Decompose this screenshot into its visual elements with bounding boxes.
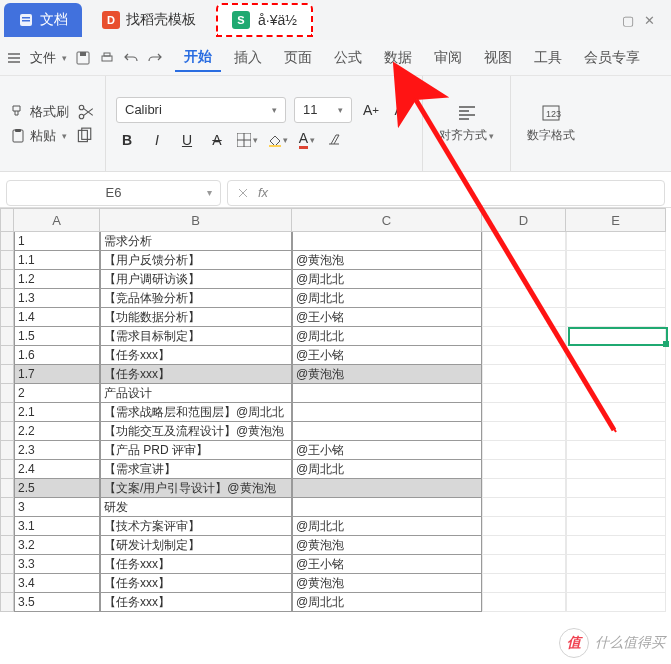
- row-header[interactable]: [0, 460, 14, 479]
- row-header[interactable]: [0, 270, 14, 289]
- row-header[interactable]: [0, 441, 14, 460]
- cell[interactable]: 1.5: [14, 327, 100, 346]
- cell[interactable]: [566, 460, 666, 479]
- cell[interactable]: [566, 308, 666, 327]
- cell[interactable]: @黄泡泡: [292, 574, 482, 593]
- cell[interactable]: [566, 289, 666, 308]
- cell[interactable]: [482, 593, 566, 612]
- col-header-E[interactable]: E: [566, 208, 666, 232]
- cell[interactable]: [566, 498, 666, 517]
- cell[interactable]: [292, 384, 482, 403]
- cell[interactable]: 2.3: [14, 441, 100, 460]
- cell[interactable]: [566, 536, 666, 555]
- row-header[interactable]: [0, 232, 14, 251]
- cell[interactable]: @周北北: [292, 460, 482, 479]
- border-button[interactable]: ▾: [236, 129, 258, 151]
- tab-active-doc[interactable]: S å·¥ä½: [216, 3, 313, 37]
- cell[interactable]: [482, 308, 566, 327]
- cell[interactable]: 3: [14, 498, 100, 517]
- menu-insert[interactable]: 插入: [225, 45, 271, 71]
- cell[interactable]: [566, 384, 666, 403]
- cell[interactable]: [566, 422, 666, 441]
- cell[interactable]: 3.1: [14, 517, 100, 536]
- cell[interactable]: 【技术方案评审】: [100, 517, 292, 536]
- cell[interactable]: 3.4: [14, 574, 100, 593]
- cell[interactable]: @黄泡泡: [292, 536, 482, 555]
- cell[interactable]: [482, 251, 566, 270]
- italic-button[interactable]: I: [146, 129, 168, 151]
- cell[interactable]: @王小铭: [292, 346, 482, 365]
- number-format-button[interactable]: 123 数字格式: [521, 82, 581, 165]
- cell[interactable]: 需求分析: [100, 232, 292, 251]
- file-menu[interactable]: 文件▾: [30, 49, 67, 67]
- tab-template[interactable]: D 找稻壳模板: [88, 3, 210, 37]
- bold-button[interactable]: B: [116, 129, 138, 151]
- cell[interactable]: 【需求战略层和范围层】@周北北: [100, 403, 292, 422]
- font-size-select[interactable]: 11▾: [294, 97, 352, 123]
- cell[interactable]: @周北北: [292, 517, 482, 536]
- row-header[interactable]: [0, 251, 14, 270]
- chevron-down-icon[interactable]: ▾: [207, 187, 212, 198]
- print-icon[interactable]: [99, 50, 115, 66]
- cell[interactable]: 产品设计: [100, 384, 292, 403]
- row-header[interactable]: [0, 422, 14, 441]
- cell[interactable]: [566, 555, 666, 574]
- cell[interactable]: @周北北: [292, 593, 482, 612]
- cell[interactable]: @王小铭: [292, 308, 482, 327]
- cell[interactable]: 3.2: [14, 536, 100, 555]
- cell[interactable]: 2.1: [14, 403, 100, 422]
- cell[interactable]: 【任务xxx】: [100, 574, 292, 593]
- cell[interactable]: [482, 289, 566, 308]
- cell[interactable]: [482, 517, 566, 536]
- cell[interactable]: 【任务xxx】: [100, 346, 292, 365]
- cell[interactable]: 【产品 PRD 评审】: [100, 441, 292, 460]
- row-header[interactable]: [0, 498, 14, 517]
- cell[interactable]: [482, 346, 566, 365]
- cell[interactable]: [292, 232, 482, 251]
- font-decrease-button[interactable]: A-: [390, 99, 412, 121]
- cell[interactable]: [566, 593, 666, 612]
- cancel-icon[interactable]: [236, 186, 250, 200]
- row-header[interactable]: [0, 574, 14, 593]
- row-header[interactable]: [0, 346, 14, 365]
- cell[interactable]: 【竞品体验分析】: [100, 289, 292, 308]
- col-header-C[interactable]: C: [292, 208, 482, 232]
- cell[interactable]: [482, 536, 566, 555]
- cell[interactable]: [566, 232, 666, 251]
- cell[interactable]: [566, 479, 666, 498]
- cell[interactable]: 1.2: [14, 270, 100, 289]
- cell[interactable]: [482, 574, 566, 593]
- cell[interactable]: 研发: [100, 498, 292, 517]
- cell[interactable]: 2.2: [14, 422, 100, 441]
- row-header[interactable]: [0, 536, 14, 555]
- cell[interactable]: 1.7: [14, 365, 100, 384]
- font-name-select[interactable]: Calibri▾: [116, 97, 286, 123]
- row-header[interactable]: [0, 327, 14, 346]
- scissors-icon[interactable]: [77, 103, 95, 121]
- select-all-corner[interactable]: [0, 208, 14, 232]
- cell[interactable]: [482, 555, 566, 574]
- cell[interactable]: 【研发计划制定】: [100, 536, 292, 555]
- undo-icon[interactable]: [123, 50, 139, 66]
- cell[interactable]: 【文案/用户引导设计】@黄泡泡: [100, 479, 292, 498]
- cell[interactable]: @黄泡泡: [292, 251, 482, 270]
- menu-view[interactable]: 视图: [475, 45, 521, 71]
- font-color-button[interactable]: A▾: [296, 129, 318, 151]
- cell[interactable]: [482, 479, 566, 498]
- cell[interactable]: 【需求目标制定】: [100, 327, 292, 346]
- cell[interactable]: 1: [14, 232, 100, 251]
- cell[interactable]: [566, 251, 666, 270]
- menu-tools[interactable]: 工具: [525, 45, 571, 71]
- cell[interactable]: [482, 498, 566, 517]
- cell[interactable]: [292, 422, 482, 441]
- cell[interactable]: [292, 498, 482, 517]
- cell[interactable]: [482, 460, 566, 479]
- col-header-A[interactable]: A: [14, 208, 100, 232]
- row-header[interactable]: [0, 517, 14, 536]
- underline-button[interactable]: U: [176, 129, 198, 151]
- cell[interactable]: [482, 327, 566, 346]
- row-header[interactable]: [0, 384, 14, 403]
- cell[interactable]: [482, 232, 566, 251]
- cell[interactable]: [566, 574, 666, 593]
- cell[interactable]: 1.1: [14, 251, 100, 270]
